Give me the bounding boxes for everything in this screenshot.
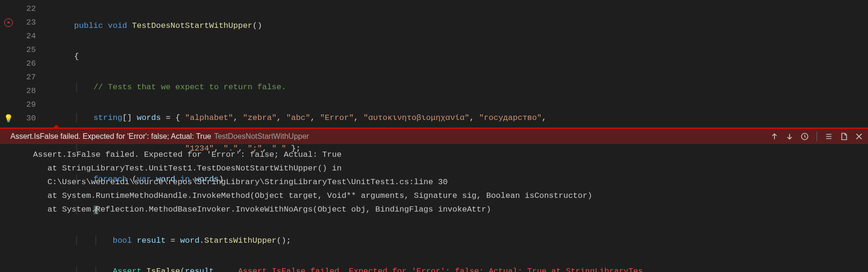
error-glyph-icon[interactable]: ✕ — [4, 18, 13, 27]
error-lens-divider — [0, 128, 868, 129]
error-toolbar — [770, 132, 863, 141]
line-number: 26 — [17, 57, 41, 70]
code-line[interactable]: │ string[] words = { "alphabet", "zebra"… — [55, 111, 868, 125]
code-editor[interactable]: ✕ 💡 22 23 24 25 26 27 28 29 30 public vo… — [0, 0, 868, 128]
line-number: 30 — [17, 111, 41, 125]
line-number: 27 — [17, 70, 41, 84]
line-number: 23 — [17, 16, 41, 29]
glyph-margin: ✕ 💡 — [0, 0, 17, 128]
line-number: 28 — [17, 84, 41, 98]
code-line[interactable]: public void TestDoesNotStartWithUpper() — [55, 19, 868, 33]
separator — [816, 132, 817, 141]
line-number: 29 — [17, 98, 41, 111]
inline-error-text: Assert.IsFalse failed. Expected for 'Err… — [238, 267, 643, 272]
error-context: TestDoesNotStartWithUpper — [214, 132, 309, 141]
go-to-file-icon[interactable] — [840, 132, 848, 141]
code-line[interactable]: │ │ Assert.IsFalse(result, Assert.IsFals… — [55, 264, 868, 272]
arrow-down-icon[interactable] — [785, 132, 794, 141]
code-area[interactable]: public void TestDoesNotStartWithUpper() … — [41, 0, 868, 128]
error-message: Assert.IsFalse failed. Expected for 'Err… — [10, 132, 211, 141]
lightbulb-icon[interactable]: 💡 — [4, 114, 13, 123]
close-icon[interactable] — [855, 132, 863, 141]
line-number: 24 — [17, 29, 41, 43]
line-number: 22 — [17, 2, 41, 16]
history-icon[interactable] — [800, 132, 809, 141]
list-icon[interactable] — [825, 132, 833, 141]
line-number-gutter: 22 23 24 25 26 27 28 29 30 — [17, 0, 41, 128]
code-line[interactable]: │ // Tests that we expect to return fals… — [55, 80, 868, 94]
code-line[interactable]: { — [55, 50, 868, 63]
arrow-up-icon[interactable] — [770, 132, 779, 141]
code-line[interactable]: │ │ bool result = word.StartsWithUpper()… — [55, 234, 868, 247]
line-number: 25 — [17, 43, 41, 57]
